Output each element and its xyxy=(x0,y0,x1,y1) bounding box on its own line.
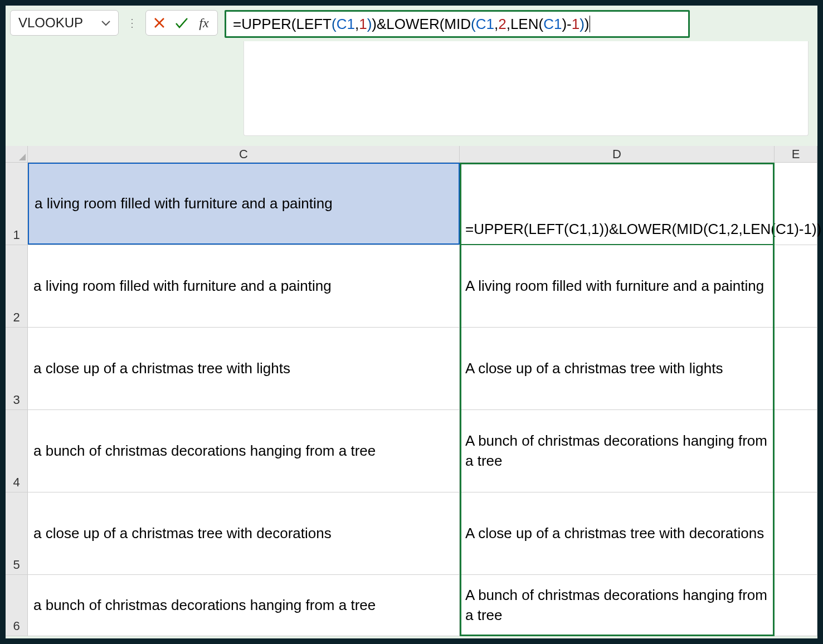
formula-bar-buttons: fx xyxy=(145,10,218,36)
formula-bar: VLOOKUP ⋮ fx =UPPER(LEFT(C1,1))&LOWER(MI… xyxy=(6,6,817,42)
grid-body: 1a living room filled with furniture and… xyxy=(6,163,817,636)
enter-button[interactable] xyxy=(174,15,189,31)
row-header[interactable]: 6 xyxy=(6,575,28,636)
cell[interactable]: A close up of a christmas tree with ligh… xyxy=(460,328,775,409)
select-all-corner[interactable] xyxy=(6,146,28,163)
cell[interactable]: A living room filled with furniture and … xyxy=(460,245,775,327)
table-row: 3a close up of a christmas tree with lig… xyxy=(6,328,817,410)
cancel-button[interactable] xyxy=(152,15,167,31)
insert-function-button[interactable]: fx xyxy=(196,15,212,31)
active-cell[interactable]: =UPPER(LEFT(C1,1))&LOWER(MID(C1,2,LEN(C1… xyxy=(460,163,775,245)
column-header-e[interactable]: E xyxy=(775,146,817,163)
fx-icon: fx xyxy=(199,16,208,31)
cell[interactable] xyxy=(775,328,817,409)
formula-text: =UPPER(LEFT(C1,1))&LOWER(MID(C1,2,LEN(C1… xyxy=(233,16,590,33)
formula-bar-expanded[interactable] xyxy=(244,41,809,136)
row-header[interactable]: 3 xyxy=(6,328,28,409)
divider-icon: ⋮ xyxy=(125,10,139,36)
cell[interactable] xyxy=(775,492,817,574)
cell[interactable]: A bunch of christmas decorations hanging… xyxy=(460,575,775,636)
column-header-row: C D E xyxy=(6,146,817,163)
cell[interactable] xyxy=(775,410,817,492)
row-header[interactable]: 4 xyxy=(6,410,28,492)
cell[interactable]: a living room filled with furniture and … xyxy=(28,245,460,327)
row-header[interactable]: 2 xyxy=(6,245,28,327)
text-cursor xyxy=(590,16,590,32)
table-row: 4a bunch of christmas decorations hangin… xyxy=(6,410,817,492)
table-row: 2a living room filled with furniture and… xyxy=(6,245,817,328)
column-header-c[interactable]: C xyxy=(28,146,460,163)
cell[interactable]: A bunch of christmas decorations hanging… xyxy=(460,410,775,492)
cell[interactable]: A close up of a christmas tree with deco… xyxy=(460,492,775,574)
table-row: 6a bunch of christmas decorations hangin… xyxy=(6,575,817,636)
name-box-value: VLOOKUP xyxy=(18,15,83,31)
row-header[interactable]: 5 xyxy=(6,492,28,574)
spreadsheet-grid[interactable]: C D E 1a living room filled with furnitu… xyxy=(6,146,817,636)
cell[interactable]: a close up of a christmas tree with deco… xyxy=(28,492,460,574)
cell[interactable] xyxy=(775,575,817,636)
table-row: 1a living room filled with furniture and… xyxy=(6,163,817,245)
cell[interactable]: a bunch of christmas decorations hanging… xyxy=(28,575,460,636)
chevron-down-icon[interactable] xyxy=(101,17,110,29)
app-frame: VLOOKUP ⋮ fx =UPPER(LEFT(C1,1))&LOWER(MI… xyxy=(6,6,817,638)
cell[interactable]: a living room filled with furniture and … xyxy=(28,163,460,245)
cell[interactable] xyxy=(775,245,817,327)
table-row: 5a close up of a christmas tree with dec… xyxy=(6,492,817,575)
name-box[interactable]: VLOOKUP xyxy=(10,10,119,36)
formula-input[interactable]: =UPPER(LEFT(C1,1))&LOWER(MID(C1,2,LEN(C1… xyxy=(225,10,690,38)
cell[interactable]: a close up of a christmas tree with ligh… xyxy=(28,328,460,409)
row-header[interactable]: 1 xyxy=(6,163,28,245)
column-header-d[interactable]: D xyxy=(460,146,775,163)
cell[interactable]: a bunch of christmas decorations hanging… xyxy=(28,410,460,492)
cell[interactable] xyxy=(775,163,817,245)
